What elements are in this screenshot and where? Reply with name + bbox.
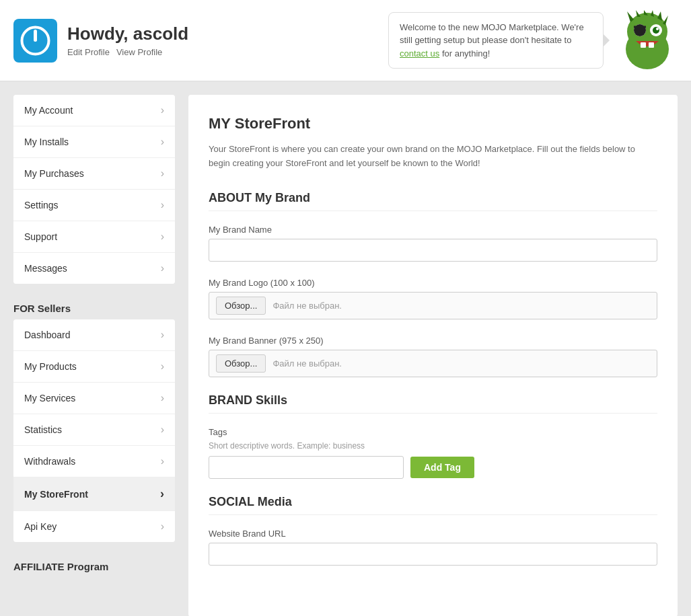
chevron-right-icon <box>161 104 164 116</box>
page-title: MY StoreFront <box>209 115 657 132</box>
greeting: Howdy, ascold <box>67 24 188 44</box>
main-content: MY StoreFront Your StoreFront is where y… <box>188 95 678 616</box>
brand-logo-browse-btn[interactable]: Обзор... <box>216 297 266 315</box>
page-description: Your StoreFront is where you can create … <box>209 143 657 171</box>
brand-logo-label: My Brand Logo (100 x 100) <box>209 278 657 288</box>
brand-name-label: My Brand Name <box>209 225 657 235</box>
tag-row: Add Tag <box>209 456 657 479</box>
sidebar: My Account My Installs My Purchases Sett… <box>13 95 175 616</box>
logo-icon <box>20 26 50 56</box>
svg-rect-16 <box>641 42 646 48</box>
website-url-label: Website Brand URL <box>209 529 657 539</box>
chevron-right-bold-icon: › <box>160 487 164 501</box>
sidebar-item-api-key[interactable]: Api Key <box>13 511 175 542</box>
header-text: Howdy, ascold Edit Profile View Profile <box>67 24 188 57</box>
about-section-title: ABOUT My Brand <box>209 191 657 211</box>
sidebar-item-statistics[interactable]: Statistics <box>13 414 175 446</box>
sidebar-item-settings[interactable]: Settings <box>13 190 175 221</box>
chevron-right-icon <box>161 424 164 436</box>
sidebar-item-storefront[interactable]: My StoreFront › <box>13 477 175 511</box>
seller-nav-group: Dashboard My Products My Services Statis… <box>13 319 175 542</box>
svg-point-15 <box>656 28 659 30</box>
brand-banner-browse-btn[interactable]: Обзор... <box>216 354 266 373</box>
sidebar-item-my-products[interactable]: My Products <box>13 351 175 383</box>
view-profile-link[interactable]: View Profile <box>116 47 162 57</box>
chevron-right-icon <box>161 167 164 180</box>
svg-marker-6 <box>644 10 648 15</box>
chevron-right-icon <box>161 199 164 211</box>
chevron-right-icon <box>161 521 164 533</box>
brand-logo-upload-box: Обзор... Файл не выбран. <box>209 292 657 319</box>
chevron-right-icon <box>161 360 164 373</box>
header-links: Edit Profile View Profile <box>67 47 188 57</box>
chevron-right-icon <box>161 231 164 243</box>
affiliate-label: AFFILIATE Program <box>13 555 175 578</box>
sidebar-item-dashboard[interactable]: Dashboard <box>13 319 175 351</box>
sidebar-item-support[interactable]: Support <box>13 221 175 253</box>
sidebar-item-my-services[interactable]: My Services <box>13 383 175 414</box>
brand-banner-label: My Brand Banner (975 x 250) <box>209 336 657 346</box>
for-sellers-label: FOR Sellers <box>13 297 175 319</box>
brand-logo-field-group: My Brand Logo (100 x 100) Обзор... Файл … <box>209 278 657 319</box>
main-layout: My Account My Installs My Purchases Sett… <box>0 81 691 616</box>
logo-box <box>13 19 57 63</box>
welcome-bubble: Welcome to the new MOJO Marketplace. We'… <box>388 12 604 69</box>
contact-us-link[interactable]: contact us <box>400 48 439 59</box>
brand-name-field-group: My Brand Name <box>209 225 657 262</box>
website-url-input[interactable] <box>209 543 657 566</box>
sidebar-item-installs[interactable]: My Installs <box>13 126 175 158</box>
header: Howdy, ascold Edit Profile View Profile … <box>0 0 691 81</box>
tag-input[interactable] <box>209 456 404 479</box>
mascot <box>617 10 678 71</box>
brand-name-input[interactable] <box>209 239 657 262</box>
svg-rect-17 <box>649 42 654 48</box>
edit-profile-link[interactable]: Edit Profile <box>67 47 110 57</box>
tags-hint: Short descriptive words. Example: busine… <box>209 441 657 451</box>
svg-marker-9 <box>663 15 668 25</box>
mascot-svg <box>617 10 678 71</box>
add-tag-button[interactable]: Add Tag <box>410 457 474 478</box>
chevron-right-icon <box>161 455 164 467</box>
tags-label: Tags <box>209 427 657 437</box>
brand-banner-upload-box: Обзор... Файл не выбран. <box>209 350 657 377</box>
brand-logo-no-file: Файл не выбран. <box>272 301 342 311</box>
brand-banner-field-group: My Brand Banner (975 x 250) Обзор... Фай… <box>209 336 657 377</box>
chevron-right-icon <box>161 262 164 274</box>
header-right: Welcome to the new MOJO Marketplace. We'… <box>388 10 678 71</box>
chevron-right-icon <box>161 136 164 148</box>
sidebar-item-account[interactable]: My Account <box>13 95 175 126</box>
svg-rect-1 <box>34 30 37 42</box>
tags-field-group: Tags Short descriptive words. Example: b… <box>209 427 657 479</box>
brand-banner-no-file: Файл не выбран. <box>272 358 342 369</box>
sidebar-item-purchases[interactable]: My Purchases <box>13 158 175 190</box>
website-url-field-group: Website Brand URL <box>209 529 657 566</box>
main-nav-group: My Account My Installs My Purchases Sett… <box>13 95 175 284</box>
social-section-title: SOCIAL Media <box>209 495 657 515</box>
chevron-right-icon <box>161 329 164 341</box>
chevron-right-icon <box>161 392 164 404</box>
sidebar-item-withdrawals[interactable]: Withdrawals <box>13 446 175 477</box>
svg-point-14 <box>653 27 659 34</box>
brand-section-title: BRAND Skills <box>209 393 657 414</box>
sidebar-item-messages[interactable]: Messages <box>13 253 175 284</box>
